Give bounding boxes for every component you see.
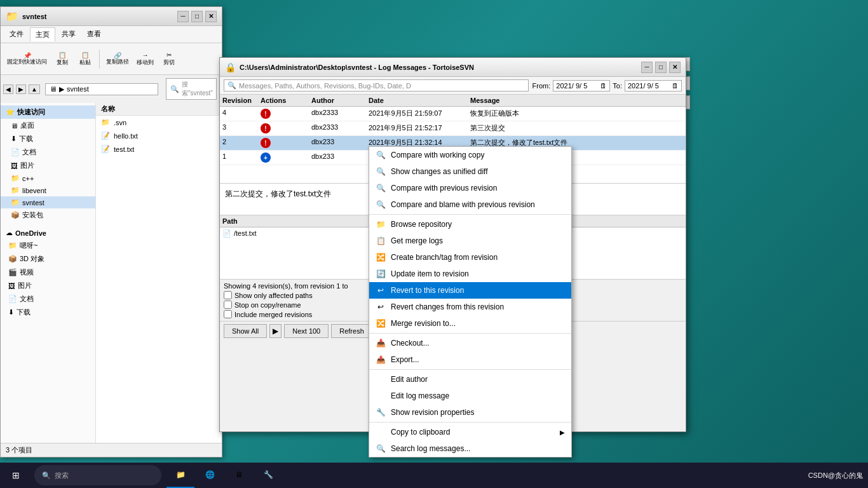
from-date[interactable]: 2021/ 9/ 5 🗓 (553, 80, 610, 92)
file-list: 名称 📁 .svn 📝 hello.txt 📝 test.txt (96, 103, 222, 443)
expand-btn[interactable]: ▶ (269, 324, 281, 338)
menu-revert-revision[interactable]: ↩ Revert to this revision (369, 282, 571, 299)
back-btn[interactable]: ◀ (3, 85, 13, 94)
taskbar-item-app1[interactable]: 🖥 (225, 463, 253, 488)
explorer-toolbar: 📌 固定到快速访问 📋 复制 📋 粘贴 🔗 复制路径 → 移动到 ✂ (1, 43, 222, 75)
selected-message: 第二次提交，修改了test.txt文件 (225, 189, 331, 198)
taskbar-item-edge[interactable]: 🌐 (196, 463, 224, 488)
ribbon-tab-share[interactable]: 共享 (57, 27, 81, 41)
next-100-btn[interactable]: Next 100 (284, 324, 329, 338)
taskbar-search[interactable]: 🔍 搜索 (34, 465, 161, 485)
svn-minimize-btn[interactable]: ─ (641, 62, 653, 73)
quick-access-section: ⭐ 快速访问 🖥 桌面 ⬇ 下载 📄 文档 🖼 图片 (1, 103, 95, 224)
maximize-btn[interactable]: □ (191, 11, 203, 22)
svn-close-btn[interactable]: ✕ (669, 62, 681, 73)
checkout-icon: 📥 (376, 338, 386, 348)
svn-title: C:\Users\Administrator\Desktop\svntest -… (240, 64, 474, 71)
taskbar-item-explorer[interactable]: 📁 (166, 463, 194, 488)
move-to-btn[interactable]: → 移动到 (133, 50, 158, 68)
sidebar-item-onedrive[interactable]: ☁ OneDrive (1, 227, 95, 239)
close-btn[interactable]: ✕ (205, 11, 217, 22)
menu-show-unified-diff[interactable]: 🔍 Show changes as unified diff (369, 163, 571, 180)
forward-btn[interactable]: ▶ (16, 85, 26, 94)
menu-edit-log[interactable]: Edit log message (369, 388, 571, 404)
sidebar-item-documents[interactable]: 📄 文档 (1, 146, 95, 159)
sidebar-item-quick-access[interactable]: ⭐ 快速访问 (1, 105, 95, 119)
browse-repo-icon: 📁 (376, 219, 386, 229)
sidebar-item-pics2[interactable]: 🖼 图片 (1, 279, 95, 292)
menu-compare-blame[interactable]: 🔍 Compare and blame with previous revisi… (369, 196, 571, 213)
up-btn[interactable]: ▲ (29, 85, 40, 94)
refresh-btn[interactable]: Refresh (331, 324, 372, 338)
search-bar[interactable]: 🔍 搜索"svntest" (166, 78, 217, 100)
to-date[interactable]: 2021/ 9/ 5 🗓 (625, 80, 682, 92)
menu-compare-working[interactable]: 🔍 Compare with working copy (369, 147, 571, 163)
sidebar-item-cpp[interactable]: 📁 c++ (1, 172, 95, 184)
menu-create-branch[interactable]: 🔀 Create branch/tag from revision (369, 249, 571, 266)
sidebar-item-docs2[interactable]: 📄 文档 (1, 292, 95, 306)
log-row-4[interactable]: 4 ! dbx2333 2021年9月5日 21:59:07 恢复到正确版本 (220, 107, 686, 121)
ribbon-tabs: 文件 主页 共享 查看 (1, 26, 222, 43)
separator-1 (369, 214, 571, 215)
tray-text: CSDN@贪心的鬼 (808, 471, 863, 480)
menu-update-revision[interactable]: 🔄 Update item to revision (369, 266, 571, 282)
separator-3 (369, 369, 571, 370)
explorer-body: ⭐ 快速访问 🖥 桌面 ⬇ 下载 📄 文档 🖼 图片 (1, 103, 222, 443)
menu-export[interactable]: 📤 Export... (369, 351, 571, 368)
menu-get-merge-logs[interactable]: 📋 Get merge logs (369, 233, 571, 249)
copy-path-btn[interactable]: 🔗 复制路径 (102, 51, 133, 67)
svn-maximize-btn[interactable]: □ (655, 62, 667, 73)
menu-merge-revision[interactable]: 🔀 Merge revision to... (369, 315, 571, 332)
sidebar-item-packages[interactable]: 📦 安装包 (1, 208, 95, 222)
sidebar-item-libevent[interactable]: 📁 libevent (1, 184, 95, 196)
taskbar-item-app2[interactable]: 🔧 (254, 463, 282, 488)
merge-revision-icon: 🔀 (376, 318, 386, 329)
search-log-icon: 🔍 (376, 444, 386, 454)
paste-btn[interactable]: 📋 粘贴 (74, 50, 97, 68)
file-item-svn[interactable]: 📁 .svn (96, 116, 222, 129)
sidebar-item-downloads[interactable]: ⬇ 下载 (1, 132, 95, 146)
sidebar-item-pictures[interactable]: 🖼 图片 (1, 159, 95, 172)
file-item-hello[interactable]: 📝 hello.txt (96, 129, 222, 142)
compare-blame-icon: 🔍 (376, 200, 386, 210)
show-all-btn[interactable]: Show All (224, 324, 267, 338)
status-bar: 3 个项目 (1, 443, 222, 457)
cut-btn[interactable]: ✂ 剪切 (158, 50, 180, 68)
context-menu: 🔍 Compare with working copy 🔍 Show chang… (369, 146, 572, 458)
menu-show-properties[interactable]: 🔧 Show revision properties (369, 404, 571, 421)
sidebar-item-video[interactable]: 🎬 视频 (1, 266, 95, 279)
explorer-window: 📁 svntest ─ □ ✕ 文件 主页 共享 查看 📌 固定到快速访问 📋 … (0, 6, 222, 458)
start-button[interactable]: ⊞ (0, 463, 32, 488)
ribbon-tab-file[interactable]: 文件 (4, 27, 29, 41)
sidebar-item-svntest[interactable]: 📁 svntest (1, 196, 95, 208)
menu-search-log[interactable]: 🔍 Search log messages... (369, 440, 571, 457)
copy-btn[interactable]: 📋 复制 (51, 50, 74, 68)
pin-quick-access-btn[interactable]: 📌 固定到快速访问 (3, 51, 51, 67)
address-bar[interactable]: 🖥 ▶ svntest (45, 83, 158, 95)
file-item-test[interactable]: 📝 test.txt (96, 142, 222, 156)
menu-revert-changes[interactable]: ↩ Revert changes from this revision (369, 299, 571, 315)
copy-clipboard-arrow: ▶ (560, 429, 565, 436)
edit-author-icon (376, 374, 386, 384)
ribbon-tab-home[interactable]: 主页 (30, 27, 55, 41)
explorer-titlebar: 📁 svntest ─ □ ✕ (1, 7, 222, 26)
menu-edit-author[interactable]: Edit author (369, 371, 571, 388)
search-placeholder: Messages, Paths, Authors, Revisions, Bug… (239, 82, 411, 90)
ribbon-tab-view[interactable]: 查看 (82, 27, 106, 41)
separator-4 (369, 422, 571, 423)
menu-checkout[interactable]: 📥 Checkout... (369, 335, 571, 351)
unified-diff-icon: 🔍 (376, 166, 386, 177)
log-row-3[interactable]: 3 ! dbx2333 2021年9月5日 21:52:17 第三次提交 (220, 121, 686, 136)
menu-compare-previous[interactable]: 🔍 Compare with previous revision (369, 180, 571, 196)
sidebar-item-3d[interactable]: 📦 3D 对象 (1, 252, 95, 266)
sidebar-item-desktop[interactable]: 🖥 桌面 (1, 119, 95, 132)
search-box[interactable]: 🔍 Messages, Paths, Authors, Revisions, B… (224, 79, 529, 92)
sidebar-item-dl2[interactable]: ⬇ 下载 (1, 306, 95, 319)
create-branch-icon: 🔀 (376, 252, 386, 262)
revert-revision-icon: ↩ (376, 285, 386, 295)
minimize-btn[interactable]: ─ (177, 11, 189, 22)
menu-copy-clipboard[interactable]: Copy to clipboard ▶ (369, 424, 571, 440)
export-icon: 📤 (376, 355, 386, 365)
menu-browse-repo[interactable]: 📁 Browse repository (369, 216, 571, 233)
sidebar-item-hmm[interactable]: 📁 嗯呀~ (1, 239, 95, 252)
